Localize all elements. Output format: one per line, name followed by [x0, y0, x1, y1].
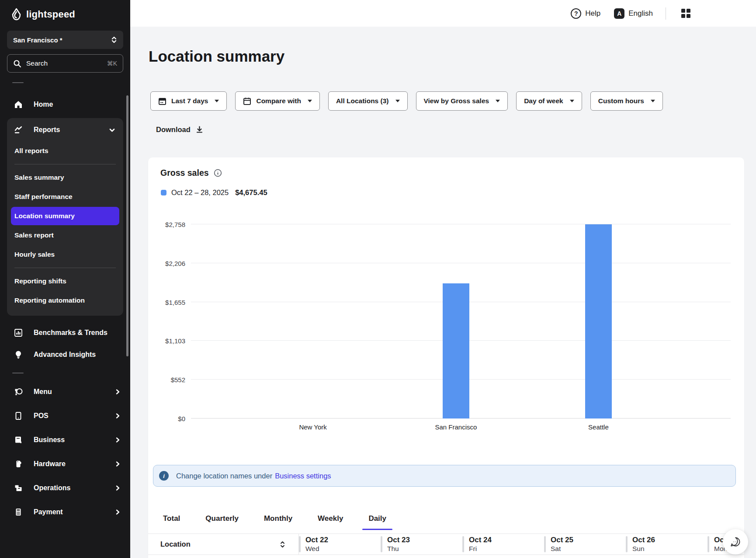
sidebar-item-location-summary[interactable]: Location summary: [11, 207, 119, 225]
terminal-icon: [14, 460, 23, 468]
reports-panel: Reports All reports Sales summary Staff …: [7, 118, 123, 316]
sidebar-item-payment[interactable]: Payment: [0, 500, 130, 524]
tab-total[interactable]: Total: [160, 514, 183, 530]
sidebar-item-label: Benchmarks & Trends: [34, 329, 108, 337]
business-settings-link[interactable]: Business settings: [275, 472, 331, 480]
sidebar-item-reports[interactable]: Reports: [7, 119, 123, 141]
sidebar-item-label: POS: [34, 412, 49, 420]
sidebar-item-hardware[interactable]: Hardware: [0, 452, 130, 476]
sidebar-item-hourly-sales[interactable]: Hourly sales: [11, 245, 119, 264]
app-grid-icon[interactable]: [681, 9, 690, 18]
custom-hours-filter[interactable]: Custom hours: [590, 91, 663, 111]
sort-icon[interactable]: [280, 541, 285, 548]
y-axis-tick-label: $1,103: [165, 337, 185, 345]
bar-san-francisco[interactable]: [443, 283, 469, 418]
filter-label: Day of week: [524, 97, 563, 105]
filter-label: View by Gross sales: [424, 97, 489, 105]
sidebar-item-staff-performance[interactable]: Staff performance: [11, 188, 119, 206]
column-date: Oct 25: [551, 535, 626, 544]
help-label: Help: [585, 9, 600, 18]
sidebar: lightspeed San Francisco * Search ⌘K Hom…: [0, 0, 130, 558]
table-header-row: Location Oct 22 Wed Oct 23 Thu Oct 24 Fr…: [148, 534, 744, 555]
y-axis-tick-label: $1,655: [165, 298, 185, 306]
sidebar-item-label: Reports: [34, 126, 60, 134]
sidebar-item-label: Payment: [34, 508, 63, 516]
legend-swatch: [161, 190, 166, 195]
sidebar-item-home[interactable]: Home: [0, 94, 130, 115]
date-range-filter[interactable]: Last 7 days: [150, 91, 227, 111]
column-date: Oct 24: [469, 535, 544, 544]
chart-title: Gross sales: [160, 168, 209, 178]
locations-filter[interactable]: All Locations (3): [328, 91, 408, 111]
date-column-header[interactable]: Oct 23 Thu: [381, 534, 462, 555]
sidebar-item-all-reports[interactable]: All reports: [11, 142, 119, 160]
tab-weekly[interactable]: Weekly: [315, 514, 346, 530]
ledger-icon: [14, 436, 23, 444]
sidebar-item-sales-summary[interactable]: Sales summary: [11, 168, 119, 187]
legend-total: $4,675.45: [235, 188, 267, 197]
view-by-filter[interactable]: View by Gross sales: [416, 91, 508, 111]
help-icon: ?: [571, 8, 581, 19]
main-content: Location summary Last 7 days Com: [130, 27, 756, 558]
chevron-right-icon: [114, 389, 121, 395]
location-selector[interactable]: San Francisco *: [7, 31, 123, 49]
sidebar-item-reporting-automation[interactable]: Reporting automation: [11, 291, 119, 310]
lightspeed-logo: lightspeed: [10, 8, 130, 21]
sidebar-item-operations[interactable]: Operations: [0, 476, 130, 500]
compare-with-filter[interactable]: Compare with: [235, 91, 319, 111]
info-icon[interactable]: [214, 169, 222, 177]
reports-icon: [14, 126, 23, 134]
sidebar-item-label: Hardware: [34, 460, 66, 468]
sidebar-item-sales-report[interactable]: Sales report: [11, 226, 119, 244]
filter-label: Last 7 days: [171, 97, 208, 105]
date-column-header[interactable]: Oct 25 Sat: [544, 534, 626, 555]
sidebar-item-label: Home: [34, 101, 53, 108]
filter-label: All Locations (3): [336, 97, 389, 105]
sidebar-item-label: Sales summary: [14, 174, 64, 181]
tab-daily[interactable]: Daily: [366, 514, 389, 530]
lightspeed-flame-icon: [10, 8, 22, 21]
bar-seattle[interactable]: [585, 224, 612, 418]
download-button[interactable]: Download: [156, 126, 204, 134]
chat-button[interactable]: [723, 529, 748, 555]
sidebar-item-label: Advanced Insights: [34, 351, 96, 359]
filter-label: Custom hours: [598, 97, 644, 105]
location-header-label: Location: [160, 540, 191, 548]
sidebar-item-business[interactable]: Business: [0, 428, 130, 452]
date-column-header[interactable]: Oct 24 Fri: [462, 534, 544, 555]
sidebar-item-label: Hourly sales: [14, 251, 55, 258]
sidebar-divider: [12, 373, 24, 373]
sidebar-item-pos[interactable]: POS: [0, 404, 130, 428]
search-input[interactable]: Search ⌘K: [7, 54, 123, 73]
y-axis-tick-label: $552: [171, 376, 185, 384]
sidebar-item-label: Sales report: [14, 231, 54, 239]
box-icon: [14, 484, 23, 492]
sidebar-item-benchmarks-trends[interactable]: Benchmarks & Trends: [0, 322, 130, 344]
y-axis-tick-label: $2,206: [165, 259, 185, 267]
x-axis-category-label: Seattle: [588, 423, 609, 431]
help-button[interactable]: ? Help: [571, 8, 600, 19]
sidebar-item-advanced-insights[interactable]: Advanced Insights: [0, 344, 130, 366]
date-column-header[interactable]: Oct 22 Wed: [299, 534, 381, 555]
search-shortcut: ⌘K: [107, 60, 117, 67]
sidebar-item-menu[interactable]: Menu: [0, 380, 130, 404]
gridline: [191, 263, 731, 263]
column-date: Oct 26: [632, 535, 707, 544]
day-of-week-filter[interactable]: Day of week: [516, 91, 582, 111]
lightbulb-icon: [14, 350, 23, 359]
caret-down-icon: [395, 100, 400, 102]
selector-up-down-icon: [111, 36, 117, 44]
sidebar-item-label: Reporting shifts: [14, 277, 66, 285]
tab-monthly[interactable]: Monthly: [261, 514, 295, 530]
sidebar-item-label: Menu: [34, 388, 52, 396]
sidebar-item-label: All reports: [14, 147, 49, 155]
sidebar-scrollbar[interactable]: [126, 95, 128, 356]
tab-quarterly[interactable]: Quarterly: [203, 514, 241, 530]
sidebar-item-reporting-shifts[interactable]: Reporting shifts: [11, 272, 119, 290]
location-selector-value: San Francisco *: [13, 36, 62, 44]
language-button[interactable]: A English: [614, 8, 653, 19]
date-column-header[interactable]: Oct 26 Sun: [626, 534, 707, 555]
caret-down-icon: [215, 100, 219, 102]
info-banner: i Change location names under Business s…: [153, 465, 736, 487]
sidebar-divider: [14, 268, 116, 268]
